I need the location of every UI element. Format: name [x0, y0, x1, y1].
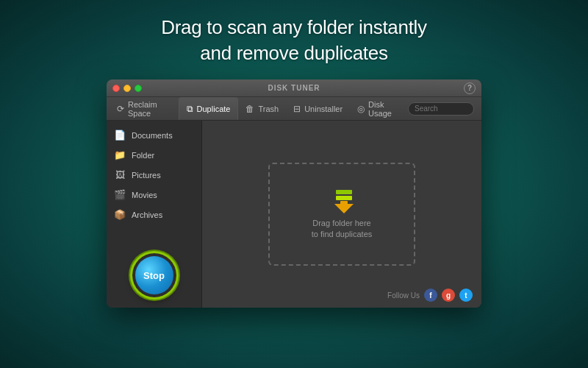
reclaim-icon: ⟳: [117, 104, 124, 114]
tab-duplicate-label: Duplicate: [197, 105, 231, 113]
uninstaller-icon: ⊟: [293, 104, 301, 114]
drop-zone-text: Drag folder here to find duplicates: [312, 218, 373, 241]
tab-uninstaller-label: Uninstaller: [304, 105, 343, 113]
pictures-icon: 🖼: [114, 169, 126, 180]
sidebar-folder-label: Folder: [132, 151, 154, 160]
drag-icon: [331, 188, 353, 210]
trash-icon: 🗑: [245, 104, 254, 114]
sidebar-movies-label: Movies: [132, 191, 157, 199]
movies-icon: 🎬: [114, 189, 126, 200]
svg-rect-1: [336, 196, 352, 200]
sidebar-item-pictures[interactable]: 🖼 Pictures: [107, 165, 201, 185]
help-button[interactable]: ?: [464, 82, 476, 94]
maximize-button[interactable]: [135, 85, 142, 92]
main-area: 📄 Documents 📁 Folder 🖼 Pictures 🎬 Movies…: [107, 121, 481, 308]
svg-marker-3: [334, 204, 354, 213]
sidebar: 📄 Documents 📁 Folder 🖼 Pictures 🎬 Movies…: [107, 121, 202, 308]
archives-icon: 📦: [114, 209, 126, 220]
stop-button-label: Stop: [143, 270, 165, 281]
tab-reclaim[interactable]: ⟳ Reclaim Space: [110, 97, 179, 120]
twitter-button[interactable]: t: [459, 289, 473, 302]
tab-uninstaller[interactable]: ⊟ Uninstaller: [286, 97, 350, 120]
stop-btn-area: Stop: [107, 253, 201, 308]
drop-zone[interactable]: Drag folder here to find duplicates: [268, 163, 415, 266]
sidebar-item-movies[interactable]: 🎬 Movies: [107, 185, 201, 205]
window-title: DISK TUNER: [268, 84, 320, 92]
follow-bar: Follow Us f g t: [387, 289, 473, 302]
sidebar-archives-label: Archives: [132, 210, 162, 219]
sidebar-item-documents[interactable]: 📄 Documents: [107, 125, 201, 145]
tab-trash-label: Trash: [258, 105, 279, 113]
stop-button[interactable]: Stop: [132, 253, 176, 297]
follow-us-label: Follow Us: [387, 291, 420, 300]
title-bar: DISK TUNER ?: [107, 79, 481, 97]
tab-search-area: [408, 97, 478, 120]
googleplus-button[interactable]: g: [442, 289, 455, 302]
folder-icon: 📁: [114, 149, 126, 160]
app-window: DISK TUNER ? ⟳ Reclaim Space ⧉ Duplicate…: [107, 79, 481, 308]
tab-diskusage[interactable]: ◎ Disk Usage: [350, 97, 408, 120]
drop-zone-area: Drag folder here to find duplicates: [202, 121, 481, 308]
search-input[interactable]: [408, 102, 474, 116]
tab-reclaim-label: Reclaim Space: [128, 100, 171, 118]
headline-line1: Drag to scan any folder instantly: [161, 16, 427, 38]
tab-duplicate[interactable]: ⧉ Duplicate: [179, 97, 239, 120]
diskusage-icon: ◎: [357, 104, 365, 114]
duplicate-icon: ⧉: [187, 104, 193, 114]
minimize-button[interactable]: [123, 85, 131, 92]
tab-bar: ⟳ Reclaim Space ⧉ Duplicate 🗑 Trash ⊟ Un…: [107, 97, 481, 121]
drop-zone-line2: to find duplicates: [312, 230, 373, 238]
headline: Drag to scan any folder instantly and re…: [161, 15, 427, 66]
sidebar-item-folder[interactable]: 📁 Folder: [107, 145, 201, 165]
documents-icon: 📄: [114, 130, 126, 141]
drop-zone-line1: Drag folder here: [312, 219, 371, 227]
traffic-lights: [112, 85, 142, 92]
headline-line2: and remove duplicates: [200, 42, 387, 64]
sidebar-divider: [107, 224, 201, 253]
sidebar-item-archives[interactable]: 📦 Archives: [107, 205, 201, 224]
svg-rect-0: [336, 190, 352, 194]
close-button[interactable]: [112, 85, 120, 92]
tab-diskusage-label: Disk Usage: [368, 100, 401, 118]
facebook-button[interactable]: f: [424, 289, 437, 302]
sidebar-documents-label: Documents: [132, 131, 173, 140]
sidebar-pictures-label: Pictures: [132, 171, 161, 180]
tab-trash[interactable]: 🗑 Trash: [238, 97, 286, 120]
